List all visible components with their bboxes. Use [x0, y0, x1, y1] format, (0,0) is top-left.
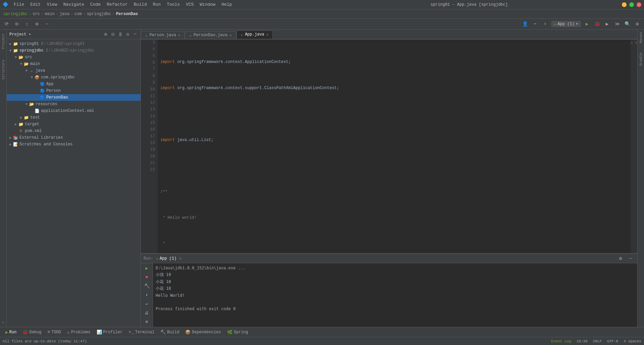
tree-item-com-springjdbc[interactable]: ▼ 📦 com.springjdbc — [7, 74, 141, 81]
run-config[interactable]: ☕ App (1) ▾ — [551, 21, 581, 27]
gradle-tab[interactable]: Gradle — [639, 51, 643, 67]
tab-close-person[interactable]: ✕ — [178, 33, 180, 38]
tree-label: Person — [46, 88, 61, 93]
tree-item-springjdbc[interactable]: ▼ 📁 springjdbc E:\JAVAEE\springjdbc — [7, 47, 141, 54]
run-wrap-btn[interactable]: ↩ — [143, 300, 151, 308]
tree-item-App[interactable]: 🔵 App — [7, 81, 141, 87]
tree-item-java[interactable]: ▼ ☕ java — [7, 67, 141, 74]
main-content: Project Structure ★ Project ▾ ⊕ ⊟ ≣ ⚙ − … — [0, 29, 644, 327]
toolbar-sort-btn[interactable]: ↕ — [23, 20, 31, 28]
panel-sort-icon[interactable]: ≣ — [118, 31, 123, 37]
tree-label: pom.xml — [25, 129, 42, 133]
bt-dependencies[interactable]: 📦 Dependencies — [182, 329, 223, 336]
menu-window[interactable]: Window — [197, 1, 218, 8]
tree-label: src — [25, 55, 32, 60]
tab-close-persondao[interactable]: ✕ — [229, 33, 232, 38]
run-coverage-btn[interactable]: ▶ — [603, 20, 611, 28]
menu-edit[interactable]: Edit — [28, 1, 43, 8]
vcs-icon[interactable]: 👤 — [521, 20, 529, 28]
status-left: All files are up-to-date (today 11:47) — [3, 339, 87, 343]
maven-tab[interactable]: Maven — [639, 31, 643, 45]
toolbar-collapse-btn[interactable]: ⊟ — [13, 20, 21, 28]
bt-problems[interactable]: ⚠ Problems — [64, 329, 93, 336]
menu-run[interactable]: Run — [150, 1, 163, 8]
line-numbers: 3 4 5 6 7 8 9 10 11 ▶ 12 13 ▶ — [141, 40, 158, 253]
run-panel-tab-app[interactable]: ☕ App (1) ✕ — [156, 256, 181, 261]
status-bar: All files are up-to-date (today 11:47) E… — [0, 337, 644, 345]
bt-profiler[interactable]: 📊 Profiler — [94, 329, 125, 336]
maximize-button[interactable]: □ — [629, 2, 634, 7]
menu-help[interactable]: Help — [219, 1, 234, 8]
panel-close-icon[interactable]: − — [132, 31, 138, 37]
bt-build[interactable]: 🔨 Build — [158, 329, 182, 336]
menu-navigate[interactable]: Navigate — [61, 1, 87, 8]
tree-item-target[interactable]: ▶ 📁 target — [7, 121, 141, 128]
menu-file[interactable]: File — [11, 1, 27, 8]
tab-persondao[interactable]: ☕ PersonDao.java ✕ — [185, 31, 236, 39]
toolbar-settings-btn[interactable]: ⚙ — [33, 20, 41, 28]
bt-todo[interactable]: ≡ TODO — [45, 329, 64, 335]
tree-item-src[interactable]: ▼ 📂 src — [7, 54, 141, 61]
status-encoding[interactable]: UTF-8 — [607, 339, 618, 343]
menu-refactor[interactable]: Refactor — [104, 1, 130, 8]
run-panel-minimize[interactable]: − — [627, 255, 635, 263]
collapse-all-icon[interactable]: ⊟ — [110, 31, 116, 37]
bt-debug[interactable]: 🐞 Debug — [20, 329, 44, 336]
menu-view[interactable]: View — [44, 1, 60, 8]
tree-item-main[interactable]: ▼ 📂 main — [7, 61, 141, 67]
close-button[interactable]: ✕ — [637, 2, 641, 7]
code-content[interactable]: import org.springframework.context.Appli… — [158, 40, 631, 253]
toolbar-sync-btn[interactable]: ⟳ — [3, 20, 11, 28]
debug-button[interactable]: 🐞 — [593, 20, 601, 28]
bt-terminal[interactable]: >_ Terminal — [126, 329, 157, 335]
menu-code[interactable]: Code — [88, 1, 103, 8]
stop-button[interactable]: ■ — [143, 274, 151, 281]
menu-vcs[interactable]: VCS — [183, 1, 196, 8]
bt-run[interactable]: ▶ Run — [3, 329, 19, 336]
status-spaces[interactable]: 4 spaces — [624, 339, 641, 343]
toolbar-minimize-btn[interactable]: − — [43, 20, 51, 28]
structure-sidebar-icon[interactable]: Structure — [1, 58, 5, 82]
rerun-button[interactable]: ▶ — [143, 265, 151, 272]
status-crlf[interactable]: CRLF — [593, 339, 602, 343]
minimize-button[interactable]: ─ — [622, 2, 627, 7]
run-panel-settings[interactable]: ⚙ — [616, 255, 625, 263]
run-button[interactable]: ▶ — [583, 20, 591, 28]
tree-item-resources[interactable]: ▼ 📂 resources — [7, 101, 141, 108]
tree-item-Person[interactable]: 🔵 Person — [7, 87, 141, 94]
toolbar: ⟳ ⊟ ↕ ⚙ − 👤 ⬅ ⬆ ☕ App (1) ▾ ▶ 🐞 ▶ ≫ 🔍 ⚙ — [0, 19, 644, 29]
tab-person[interactable]: ☕ Person.java ✕ — [141, 31, 184, 39]
more-run-btn[interactable]: ≫ — [613, 20, 621, 28]
tree-item-external-libs[interactable]: ▶ 📚 External Libraries — [7, 134, 141, 141]
toolbar-search-btn[interactable]: 🔍 — [623, 20, 631, 28]
tree-label: target — [25, 122, 39, 127]
menu-tools[interactable]: Tools — [164, 1, 182, 8]
tree-item-scratches[interactable]: ▶ 📝 Scratches and Consoles — [7, 141, 141, 148]
run-tab-close[interactable]: ✕ — [179, 256, 181, 261]
panel-settings-icon[interactable]: ⚙ — [125, 31, 130, 37]
tree-item-test[interactable]: ▶ 📁 test — [7, 114, 141, 121]
tab-app[interactable]: ☕ App.java ✕ — [236, 30, 273, 39]
vcs-commit[interactable]: ⬆ — [541, 20, 549, 28]
tree-item-PersonDao[interactable]: 🔵 PersonDao — [7, 94, 141, 101]
menu-build[interactable]: Build — [131, 1, 150, 8]
tab-close-app[interactable]: ✕ — [266, 32, 269, 37]
tree-item-pom[interactable]: m pom.xml — [7, 128, 141, 134]
locate-icon[interactable]: ⊕ — [103, 31, 108, 37]
bc-current[interactable]: PersonDao — [116, 12, 138, 16]
project-sidebar-icon[interactable]: Project — [1, 32, 5, 52]
bc-springjdbc[interactable]: springjdbc — [3, 12, 28, 16]
run-scroll-btn[interactable]: ⬇ — [143, 291, 151, 299]
tab-icon-person: ☕ — [145, 33, 148, 38]
run-print-btn[interactable]: 🖨 — [143, 309, 151, 317]
run-build-btn[interactable]: 🔨 — [143, 282, 151, 290]
favorites-icon[interactable]: ★ — [2, 320, 4, 324]
app-icon: 🔷 — [3, 2, 8, 7]
tree-item-spring01[interactable]: ▶ 📁 spring01 E:\JAVAEE\spring01 — [7, 41, 141, 47]
bt-spring[interactable]: 🌿 Spring — [224, 329, 251, 336]
toolbar-settings2-btn[interactable]: ⚙ — [633, 20, 641, 28]
tree-item-applicationContext[interactable]: 📄 applicationContext.xml — [7, 108, 141, 114]
status-event-log[interactable]: Event Log — [551, 339, 571, 343]
run-clear-btn[interactable]: ⊗ — [143, 318, 151, 326]
vcs-update[interactable]: ⬅ — [531, 20, 539, 28]
